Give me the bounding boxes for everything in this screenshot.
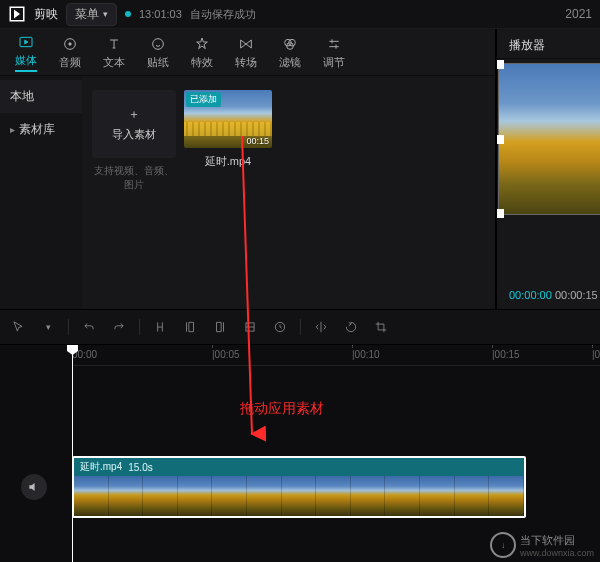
adjust-icon — [325, 35, 343, 53]
effect-icon — [193, 35, 211, 53]
delete-right-button[interactable] — [210, 317, 230, 337]
preview-time: 00:00:00 00:00:15 — [509, 289, 598, 301]
clip-frames — [74, 476, 524, 516]
tab-sticker[interactable]: 贴纸 — [138, 31, 178, 74]
main-menu-button[interactable]: 菜单 ▾ — [66, 3, 117, 26]
timeline-clip[interactable]: 延时.mp4 15.0s — [72, 456, 526, 518]
crop-button[interactable] — [371, 317, 391, 337]
tool-dropdown[interactable]: ▾ — [38, 317, 58, 337]
resize-handle[interactable] — [496, 60, 504, 69]
media-source-sidebar: 本地 ▸素材库 — [0, 76, 82, 309]
annotation-text: 拖动应用素材 — [240, 400, 324, 418]
sidebar-item-library[interactable]: ▸素材库 — [0, 113, 82, 146]
tab-filter[interactable]: 滤镜 — [270, 31, 310, 74]
tick: |00:15 — [492, 349, 520, 360]
split-button[interactable] — [150, 317, 170, 337]
sticker-icon — [149, 35, 167, 53]
tab-transition[interactable]: 转场 — [226, 31, 266, 74]
redo-button[interactable] — [109, 317, 129, 337]
watermark-logo-icon: ↓ — [490, 532, 516, 558]
tick: |00:10 — [352, 349, 380, 360]
status-msg: 自动保存成功 — [190, 7, 256, 22]
audio-icon — [61, 35, 79, 53]
app-logo-icon — [8, 5, 26, 23]
timeline-toolbar: ▾ — [0, 309, 600, 345]
svg-point-3 — [153, 38, 164, 49]
resize-handle[interactable] — [496, 135, 504, 144]
speed-button[interactable] — [270, 317, 290, 337]
caret-right-icon: ▸ — [10, 124, 15, 135]
titlebar: 剪映 菜单 ▾ 13:01:03 自动保存成功 2021 — [0, 0, 600, 29]
import-button[interactable]: ＋ 导入素材 — [92, 90, 176, 158]
clip-name: 延时.mp4 — [184, 154, 272, 169]
preview-title: 播放器 — [497, 29, 600, 59]
sidebar-item-local[interactable]: 本地 — [0, 80, 82, 113]
undo-button[interactable] — [79, 317, 99, 337]
status-dot-icon — [125, 11, 131, 17]
mirror-button[interactable] — [311, 317, 331, 337]
freeze-button[interactable] — [240, 317, 260, 337]
preview-image — [499, 64, 600, 214]
year-label: 2021 — [565, 7, 592, 21]
svg-point-2 — [69, 42, 72, 45]
timeline[interactable]: 00:00 |00:05 |00:10 |00:15 |00 延时.mp4 15… — [0, 345, 600, 562]
clip-duration: 00:15 — [246, 136, 269, 146]
track-header — [0, 474, 68, 500]
separator — [68, 319, 69, 335]
filter-icon — [281, 35, 299, 53]
tick: |00 — [592, 349, 600, 360]
tab-audio[interactable]: 音频 — [50, 31, 90, 74]
category-toolbar: 媒体 音频 文本 贴纸 特效 转场 — [0, 29, 495, 76]
text-icon — [105, 35, 123, 53]
video-track: 延时.mp4 15.0s — [0, 455, 600, 519]
preview-canvas[interactable] — [498, 63, 600, 215]
separator — [300, 319, 301, 335]
mute-button[interactable] — [21, 474, 47, 500]
added-badge: 已添加 — [186, 92, 221, 107]
tab-adjust[interactable]: 调节 — [314, 31, 354, 74]
import-hint: 支持视频、音频、图片 — [92, 164, 176, 192]
tab-media[interactable]: 媒体 — [6, 29, 46, 76]
preview-panel: 播放器 00:00:00 00:00:15 — [496, 29, 600, 309]
watermark: ↓ 当下软件园 www.downxia.com — [490, 532, 594, 558]
resize-handle[interactable] — [496, 209, 504, 218]
chevron-down-icon: ▾ — [103, 9, 108, 19]
media-clip[interactable]: 已添加 00:15 延时.mp4 — [184, 90, 272, 169]
playhead[interactable] — [72, 345, 73, 562]
delete-left-button[interactable] — [180, 317, 200, 337]
rotate-button[interactable] — [341, 317, 361, 337]
status-time: 13:01:03 — [139, 8, 182, 20]
media-icon — [17, 33, 35, 51]
app-name: 剪映 — [34, 6, 58, 23]
clip-thumbnail: 已添加 00:15 — [184, 90, 272, 148]
tab-text[interactable]: 文本 — [94, 31, 134, 74]
media-grid: ＋ 导入素材 支持视频、音频、图片 已添加 00:15 延时.mp4 — [82, 76, 495, 309]
pointer-tool[interactable] — [8, 317, 28, 337]
transition-icon — [237, 35, 255, 53]
clip-header: 延时.mp4 15.0s — [74, 458, 524, 476]
media-panel: 媒体 音频 文本 贴纸 特效 转场 — [0, 29, 496, 309]
tab-effect[interactable]: 特效 — [182, 31, 222, 74]
plus-icon: ＋ — [128, 106, 140, 123]
tick: |00:05 — [212, 349, 240, 360]
separator — [139, 319, 140, 335]
timeline-ruler[interactable]: 00:00 |00:05 |00:10 |00:15 |00 — [72, 345, 600, 366]
